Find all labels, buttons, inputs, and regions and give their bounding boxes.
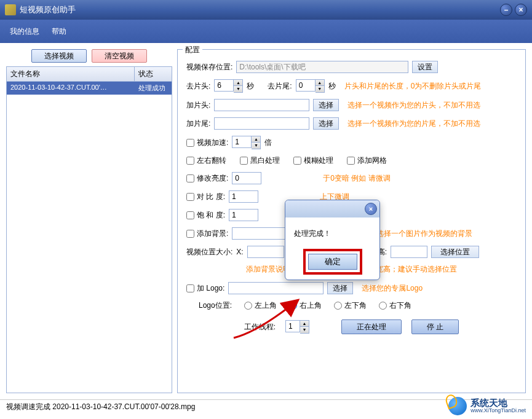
- brightness-tip: 于0变暗 例如 请微调: [323, 173, 390, 184]
- save-path-label: 视频保存位置:: [186, 62, 232, 72]
- dialog-titlebar: ×: [285, 200, 379, 217]
- logo-tip: 选择您的专属Logo: [362, 283, 423, 294]
- file-list-header: 文件名称 状态: [7, 67, 172, 82]
- status-text: 视频调速完成 2020-11-03-10-42-37.CUT.00'07-00'…: [6, 402, 195, 412]
- file-status-cell: 处理成功: [135, 82, 172, 95]
- add-head-choose-button[interactable]: 选择: [313, 99, 339, 111]
- trim-tail-input[interactable]: [296, 79, 316, 92]
- watermark-title: 系统天地: [470, 398, 526, 409]
- clear-video-button[interactable]: 清空视频: [92, 49, 147, 63]
- window-controls: – ×: [500, 4, 527, 16]
- menu-bar: 我的信息 帮助: [0, 20, 532, 43]
- h-input[interactable]: [391, 246, 427, 258]
- watermark-url: www.XiTongTianDi.net: [470, 408, 526, 414]
- pos-bl-radio[interactable]: 左下角: [334, 300, 367, 311]
- add-tail-input[interactable]: [214, 117, 309, 130]
- dialog-message: 处理完成！: [285, 217, 379, 244]
- sec-unit: 秒: [247, 81, 254, 92]
- file-list: 文件名称 状态 2020-11-03-10-42-37.CUT.00'… 处理成…: [6, 66, 172, 393]
- config-title: 配置: [183, 45, 202, 55]
- add-head-tip: 选择一个视频作为您的片头，不加不用选: [347, 100, 480, 111]
- watermark-globe-icon: [448, 397, 467, 415]
- flip-checkbox[interactable]: 左右翻转: [186, 155, 226, 166]
- bw-checkbox[interactable]: 黑白处理: [240, 155, 280, 166]
- brightness-input[interactable]: [232, 172, 261, 184]
- title-bar: 短视频原创助手 – ×: [0, 0, 532, 20]
- brightness-checkbox[interactable]: 修改亮度:: [186, 173, 228, 184]
- col-filename: 文件名称: [7, 67, 135, 81]
- set-path-button[interactable]: 设置: [412, 61, 438, 73]
- ok-highlight: 确定: [303, 249, 362, 275]
- pos-tr-radio[interactable]: 右上角: [289, 300, 322, 311]
- blur-checkbox[interactable]: 模糊处理: [293, 155, 333, 166]
- menu-help[interactable]: 帮助: [52, 26, 66, 37]
- x-input[interactable]: [247, 246, 284, 258]
- window-title: 短视频原创助手: [20, 4, 76, 15]
- bg-checkbox[interactable]: 添加背景:: [186, 229, 228, 239]
- file-name-cell: 2020-11-03-10-42-37.CUT.00'…: [7, 82, 135, 95]
- app-logo-icon: [5, 4, 16, 15]
- add-tail-tip: 选择一个视频作为您的片尾，不加不用选: [347, 119, 480, 129]
- file-row[interactable]: 2020-11-03-10-42-37.CUT.00'… 处理成功: [7, 82, 172, 95]
- add-head-label: 加片头:: [186, 100, 210, 111]
- grid-checkbox[interactable]: 添加网格: [347, 155, 387, 166]
- saturation-checkbox[interactable]: 饱 和 度:: [186, 210, 225, 221]
- dialog-ok-button[interactable]: 确定: [308, 254, 357, 270]
- dialog: × 处理完成！ 确定: [285, 200, 380, 280]
- bg-tip: 选择一个图片作为视频的背景: [376, 229, 472, 239]
- x-label: X:: [236, 248, 243, 256]
- add-tail-label: 加片尾:: [186, 119, 210, 129]
- threads-spinner[interactable]: ▲▼: [300, 320, 309, 334]
- logo-input[interactable]: [228, 282, 324, 294]
- trim-head-input[interactable]: [214, 79, 234, 92]
- left-panel: 选择视频 清空视频 文件名称 状态 2020-11-03-10-42-37.CU…: [6, 49, 172, 393]
- sec-unit2: 秒: [328, 81, 336, 92]
- pos-label: 视频位置大小:: [186, 247, 232, 257]
- select-video-button[interactable]: 选择视频: [31, 49, 87, 63]
- trim-head-spinner[interactable]: ▲▼: [234, 79, 243, 93]
- dialog-close-button[interactable]: ×: [365, 203, 377, 215]
- watermark: 系统天地 www.XiTongTianDi.net: [448, 397, 526, 415]
- threads-input[interactable]: [285, 320, 300, 332]
- speed-checkbox[interactable]: 视频加速:: [186, 138, 228, 148]
- save-path-input[interactable]: [236, 61, 408, 73]
- contrast-checkbox[interactable]: 对 比 度:: [186, 192, 225, 202]
- close-button[interactable]: ×: [515, 4, 527, 16]
- speed-unit: 倍: [264, 138, 272, 148]
- logo-pos-label: Logo位置:: [199, 300, 232, 311]
- add-head-input[interactable]: [214, 99, 309, 111]
- add-tail-choose-button[interactable]: 选择: [313, 117, 339, 130]
- pos-tl-radio[interactable]: 左上角: [244, 300, 277, 311]
- trim-tail-spinner[interactable]: ▲▼: [316, 79, 325, 93]
- stop-button[interactable]: 停 止: [411, 319, 459, 334]
- logo-choose-button[interactable]: 选择: [327, 282, 353, 294]
- minimize-button[interactable]: –: [500, 4, 512, 16]
- speed-spinner[interactable]: ▲▼: [252, 136, 261, 149]
- col-status: 状态: [135, 67, 172, 81]
- menu-my-info[interactable]: 我的信息: [10, 26, 39, 37]
- logo-checkbox[interactable]: 加 Logo:: [186, 283, 224, 294]
- pos-br-radio[interactable]: 右下角: [379, 300, 411, 311]
- trim-head-label: 去片头:: [186, 81, 210, 92]
- saturation-input[interactable]: [229, 209, 258, 221]
- trim-tail-label: 去片尾:: [268, 81, 292, 92]
- contrast-input[interactable]: [229, 190, 258, 203]
- trim-tip: 片头和片尾的长度，0为不删除片头或片尾: [344, 81, 482, 92]
- speed-input[interactable]: [232, 136, 252, 148]
- choose-pos-button[interactable]: 选择位置: [431, 246, 479, 258]
- threads-label: 工作线程:: [244, 322, 276, 332]
- processing-button[interactable]: 正在处理: [341, 319, 402, 334]
